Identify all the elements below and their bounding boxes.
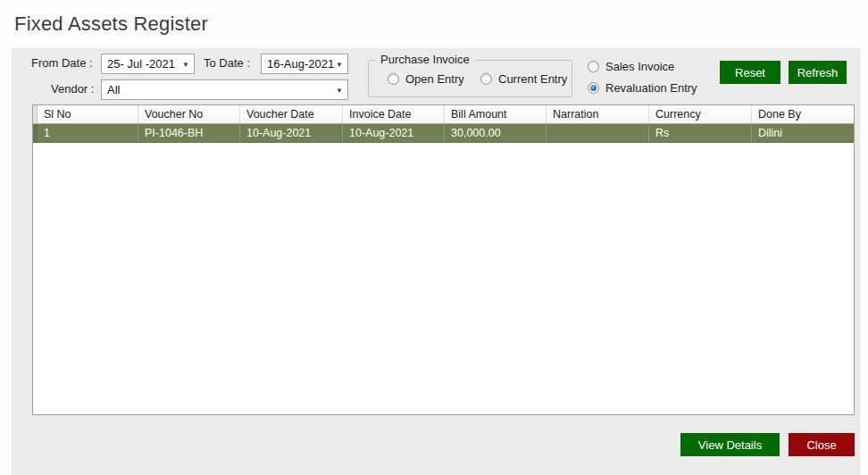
radio-revaluation-entry[interactable]: Revaluation Entry	[588, 81, 697, 95]
from-date-dropdown[interactable]: 25- Jul -2021 ▼	[101, 54, 195, 74]
chevron-down-icon: ▼	[336, 86, 343, 94]
radio-icon	[480, 73, 492, 85]
radio-sales-invoice[interactable]: Sales Invoice	[588, 60, 674, 73]
to-date-dropdown[interactable]: 16-Aug-2021 ▼	[261, 54, 348, 74]
main-panel: From Date : 25- Jul -2021 ▼ To Date : 16…	[12, 48, 860, 475]
vendor-dropdown[interactable]: All ▼	[101, 79, 348, 100]
column-header-sl-no[interactable]: Sl No	[38, 105, 138, 123]
radio-current-entry[interactable]: Current Entry	[480, 72, 567, 86]
cell-voucher-no: PI-1046-BH	[138, 124, 240, 142]
to-date-label: To Date :	[204, 56, 250, 70]
cell-voucher-date: 10-Aug-2021	[240, 124, 343, 142]
radio-icon	[588, 82, 599, 94]
view-details-button[interactable]: View Details	[680, 433, 780, 456]
cell-done-by: Dilini	[752, 124, 854, 142]
grid-header-row: Sl No Voucher No Voucher Date Invoice Da…	[33, 105, 854, 124]
radio-sales-invoice-label: Sales Invoice	[605, 60, 674, 73]
from-date-label: From Date :	[31, 56, 93, 70]
vendor-label: Vendor :	[51, 82, 94, 96]
close-button[interactable]: Close	[789, 433, 855, 456]
to-date-value: 16-Aug-2021	[267, 57, 334, 71]
refresh-button[interactable]: Refresh	[789, 61, 847, 84]
radio-icon	[588, 61, 599, 72]
radio-open-entry[interactable]: Open Entry	[388, 72, 464, 86]
reset-button[interactable]: Reset	[720, 61, 780, 84]
cell-invoice-date: 10-Aug-2021	[343, 124, 445, 142]
column-header-currency[interactable]: Currency	[649, 105, 752, 123]
cell-sl-no: 1	[38, 124, 138, 142]
radio-open-entry-label: Open Entry	[405, 72, 464, 86]
column-header-voucher-no[interactable]: Voucher No	[138, 105, 240, 123]
column-header-invoice-date[interactable]: Invoice Date	[343, 105, 445, 123]
column-header-narration[interactable]: Narration	[547, 105, 649, 123]
radio-icon	[388, 73, 399, 85]
page-title: Fixed Assets Register	[14, 12, 208, 36]
fixed-assets-register-window: Fixed Assets Register From Date : 25- Ju…	[0, 0, 868, 475]
cell-bill-amount: 30,000.00	[445, 124, 547, 142]
cell-narration	[547, 124, 649, 142]
column-header-bill-amount[interactable]: Bill Amount	[445, 105, 547, 123]
cell-currency: Rs	[649, 124, 752, 142]
radio-current-entry-label: Current Entry	[498, 72, 567, 86]
column-header-done-by[interactable]: Done By	[752, 105, 854, 123]
radio-revaluation-entry-label: Revaluation Entry	[605, 81, 697, 95]
vendor-value: All	[107, 83, 120, 96]
assets-grid: Sl No Voucher No Voucher Date Invoice Da…	[32, 104, 855, 415]
from-date-value: 25- Jul -2021	[107, 57, 175, 71]
purchase-invoice-group-title: Purchase Invoice	[376, 53, 474, 66]
chevron-down-icon: ▼	[336, 60, 343, 68]
column-header-voucher-date[interactable]: Voucher Date	[240, 105, 343, 123]
chevron-down-icon: ▼	[182, 60, 189, 68]
table-row[interactable]: 1 PI-1046-BH 10-Aug-2021 10-Aug-2021 30,…	[33, 124, 854, 143]
purchase-invoice-groupbox: Purchase Invoice Open Entry Current Entr…	[368, 60, 572, 97]
